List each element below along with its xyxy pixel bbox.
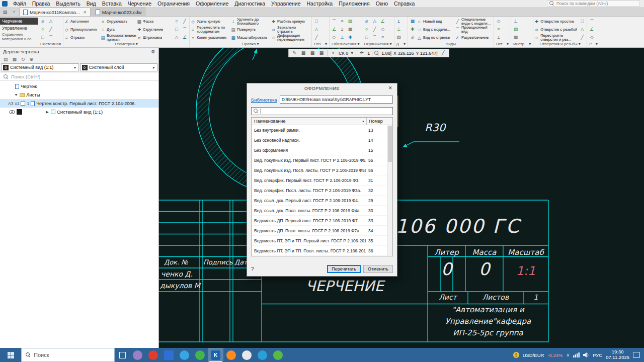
ribbon-command[interactable]: ⌀Штриховка — [136, 34, 173, 42]
cancel-button[interactable]: Отменить — [363, 265, 393, 273]
ribbon-group-label[interactable]: Инстр... ▾ — [512, 42, 532, 47]
menu-item-12[interactable]: Приложения — [336, 0, 372, 8]
ribbon-group-label[interactable]: Раз... ▾ — [312, 42, 329, 47]
library-path-input[interactable] — [280, 96, 393, 104]
design-list-row[interactable]: Без оформления15 — [252, 145, 392, 155]
app-logo-icon[interactable] — [2, 1, 8, 7]
currency-widget-icon[interactable]: $ — [513, 352, 519, 358]
ribbon-command[interactable]: ╱Специальные виды с модели... — [455, 18, 493, 26]
design-list-row[interactable]: Ведомость ДП. Посл. листы. ГОСТ Р 2.106-… — [252, 226, 392, 236]
menu-item-5[interactable]: Вставка — [99, 0, 125, 8]
volume-icon[interactable] — [583, 352, 589, 357]
design-list-row[interactable]: Вед. специфик. Первый лист. ГОСТ Р 2.106… — [252, 175, 392, 186]
menu-item-11[interactable]: Настройка — [303, 0, 336, 8]
menu-item-10[interactable]: Управление — [268, 0, 303, 8]
ribbon-tool-icon[interactable]: ≡ — [379, 34, 386, 41]
ribbon-tool-icon[interactable]: ≡ — [495, 26, 502, 33]
ribbon-tool-icon[interactable]: ∠ — [379, 18, 386, 25]
ribbon-tool-icon[interactable]: ╱ — [181, 18, 188, 25]
menu-item-7[interactable]: Ограничения — [154, 0, 193, 8]
ribbon-group-label[interactable]: Р... ▾ — [588, 42, 599, 47]
ribbon-command[interactable]: △Вид по стрелке — [417, 34, 455, 42]
ribbon-tool-icon[interactable]: ∠ — [331, 26, 338, 33]
ribbon-command[interactable]: ▤Повернуть — [230, 26, 271, 34]
layer-value[interactable]: 1 — [367, 51, 370, 56]
ribbon-tool-icon[interactable]: ± — [495, 34, 502, 41]
ribbon-tool-icon[interactable]: △ — [313, 26, 320, 33]
network-icon[interactable] — [573, 352, 580, 357]
design-list-row[interactable]: Вед. покупных изд. Первый лист. ГОСТ Р 2… — [252, 155, 392, 165]
column-number[interactable]: Номер — [366, 118, 392, 125]
app-telegram-button[interactable] — [255, 348, 270, 362]
tree-node-system-view[interactable]: ▶ Системный вид (1:1) — [0, 108, 158, 116]
ribbon-tool-icon[interactable]: ∠ — [588, 26, 595, 33]
help-icon[interactable]: ? — [251, 266, 258, 272]
action-center-icon[interactable] — [633, 352, 640, 358]
doc-tab-1[interactable]: Марченко011Компла...× — [19, 8, 91, 16]
app-whatsapp-button[interactable] — [192, 348, 208, 362]
design-search-input[interactable] — [251, 107, 393, 115]
ribbon-group-label[interactable]: Системная — [39, 42, 62, 47]
ribbon-tool-icon[interactable]: △ — [173, 34, 180, 41]
eyedropper-icon[interactable]: ╱ — [440, 50, 447, 56]
ribbon-command[interactable]: ▦Фаска — [136, 18, 173, 26]
ribbon-command[interactable]: ▦Масштабировать — [230, 34, 271, 42]
ribbon-tool-icon[interactable]: ∠ — [181, 34, 188, 41]
doc-tab-2[interactable]: Марченко023.cdw — [92, 8, 146, 16]
design-list-row[interactable]: Вед. ссыл. док. Первый лист. ГОСТ Р 2.10… — [252, 196, 392, 206]
ribbon-command[interactable]: ⌒Проекционный вид — [455, 26, 493, 34]
ribbon-tool-icon[interactable]: ╱ — [47, 26, 54, 33]
ribbon-command[interactable]: ±Окружность — [100, 18, 136, 26]
ribbon-command[interactable]: ≡Отрезок — [64, 34, 100, 42]
ribbon-tool-icon[interactable]: □ — [363, 34, 370, 41]
ribbon-group-label[interactable]: Обозначения ▾ — [330, 42, 361, 47]
ribbon-command[interactable]: ◇Усечь кривую — [190, 18, 230, 26]
ribbon-tool-icon[interactable]: ± — [339, 26, 346, 33]
menu-item-8[interactable]: Оформление — [193, 0, 231, 8]
collapse-tree-icon[interactable]: ▤ — [4, 57, 8, 62]
design-list-row[interactable]: Ведомость ПТ, ЭП и ТП. Первый лист. ГОСТ… — [252, 236, 392, 246]
ribbon-tool-icon[interactable]: ⌀ — [363, 18, 370, 25]
ribbon-tool-icon[interactable]: ▤ — [512, 26, 519, 33]
ribbon-tool-icon[interactable]: □ — [173, 26, 180, 33]
ribbon-group-label[interactable]: Геометрия ▾ — [64, 42, 189, 47]
ribbon-command[interactable]: ○Перестроить отверстия и рез... — [534, 34, 578, 42]
ribbon-tool-icon[interactable]: ≡ — [339, 18, 346, 25]
design-list-row[interactable]: Без основной надписи.14 — [252, 135, 392, 145]
ribbon-command[interactable]: ✚Скругление — [136, 26, 173, 34]
tab-list-icon[interactable]: ▤ — [1, 9, 9, 16]
ribbon-tool-icon[interactable]: ○ — [363, 26, 370, 33]
scrollbar[interactable] — [387, 125, 392, 256]
app-browser-button[interactable] — [270, 348, 286, 362]
dialog-title-bar[interactable]: ОФОРМЛЕНИЕ × — [247, 83, 397, 93]
ribbon-command[interactable]: ⌀Отверстие с резьбой — [534, 26, 578, 34]
ribbon-tool-icon[interactable]: ⌒ — [588, 18, 595, 25]
ribbon-group-label[interactable]: Д... ▾ — [395, 42, 407, 47]
ribbon-tool-icon[interactable]: ⌒ — [331, 18, 338, 25]
task-view-button[interactable] — [115, 348, 130, 362]
menu-item-2[interactable]: Правка — [29, 0, 53, 8]
ribbon-command[interactable]: □Вид с модели... — [417, 26, 455, 34]
current-layer-combo[interactable]: 0 Системный слой ▼ — [80, 63, 158, 71]
ribbon-tool-icon[interactable]: ◇ — [331, 34, 338, 41]
refresh-icon[interactable]: ↻ — [21, 57, 25, 62]
ribbon-tool-icon[interactable]: ╱ — [579, 34, 586, 41]
edit-style-icon[interactable]: ✎ — [291, 50, 298, 56]
ribbon-command[interactable]: ≡Переместить по координатам — [190, 26, 230, 34]
ribbon-tool-icon[interactable]: ◇ — [588, 34, 595, 41]
ribbon-set-3[interactable]: Справочник материалов и со... — [0, 32, 38, 42]
ribbon-tool-icon[interactable]: ⌀ — [409, 34, 416, 41]
ribbon-tool-icon[interactable]: ▦ — [347, 26, 354, 33]
chevron-down-icon[interactable]: ▼ — [350, 51, 354, 55]
app-yandex-button[interactable] — [145, 348, 161, 362]
ribbon-tool-icon[interactable]: □ — [579, 18, 586, 25]
ribbon-group-label[interactable]: Вст... ▾ — [495, 42, 510, 47]
ribbon-tool-icon[interactable]: ⊥ — [512, 18, 519, 25]
design-list-row[interactable]: Ведомость ДП. Первый лист. ГОСТ Р 2.106-… — [252, 216, 392, 226]
app-purple-button[interactable] — [130, 348, 145, 362]
ribbon-tool-icon[interactable]: △ — [371, 18, 378, 25]
tree-node-drawing[interactable]: Чертеж — [0, 82, 158, 90]
ribbon-tool-icon[interactable]: ▤ — [395, 34, 403, 41]
ribbon-tool-icon[interactable]: ○ — [39, 26, 46, 33]
drawing-canvas[interactable]: R30 106 000 ГС ЧЕРЧЕНИЕ Литер Масса Масш… — [159, 48, 644, 348]
